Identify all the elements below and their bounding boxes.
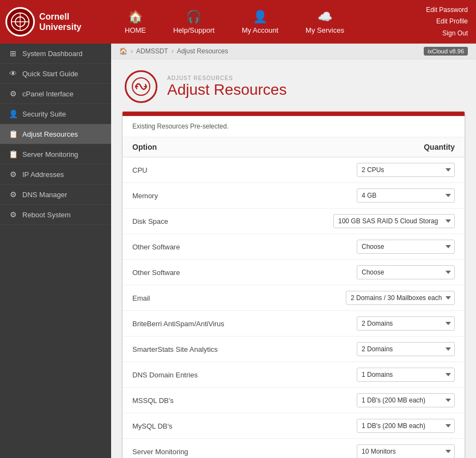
content-area: 🏠 › ADMSSDT › Adjust Resources ixCloud v… — [111, 44, 476, 458]
home-icon: 🏠 — [128, 10, 143, 24]
option-label: Server Monitoring — [123, 439, 273, 459]
logo-text: Cornell University — [39, 11, 106, 32]
quantity-col-header: Quantity — [273, 137, 465, 157]
breadcrumb-path: ADMSSDT — [136, 47, 168, 55]
nav-account[interactable]: 👤 My Account — [228, 0, 292, 44]
resources-table-card: Existing Resources Pre-selected. Option … — [122, 111, 465, 458]
sidebar-item-ip-addresses[interactable]: ⚙ IP Addresses — [0, 164, 111, 185]
resources-table: Option Quantity CPU1 CPU2 CPUs4 CPUs8 CP… — [123, 137, 465, 458]
option-label: DNS Domain Entries — [123, 362, 273, 388]
nav-services[interactable]: ☁️ My Services — [292, 0, 358, 44]
sidebar-label-server-monitoring: Server Monitoring — [22, 150, 78, 158]
quantity-select[interactable]: 1 DB's (200 MB each)2 DB's (200 MB each)… — [357, 419, 455, 433]
ip-icon: ⚙ — [8, 170, 18, 179]
nav-account-label: My Account — [242, 26, 278, 34]
sidebar-item-quick-start[interactable]: 👁 Quick Start Guide — [0, 64, 111, 84]
dns-icon: ⚙ — [8, 190, 18, 199]
quantity-select[interactable]: 5 Monitors10 Monitors20 Monitors — [357, 444, 455, 458]
nav-home-label: HOME — [125, 26, 146, 34]
option-label: Other Software — [123, 234, 273, 260]
cornell-logo — [5, 7, 35, 36]
sidebar-item-reboot-system[interactable]: ⚙ Reboot System — [0, 205, 111, 225]
table-row: SmarterStats Site Analytics1 Domain2 Dom… — [123, 337, 465, 362]
table-row: MySQL DB's1 DB's (200 MB each)2 DB's (20… — [123, 413, 465, 439]
breadcrumb-left: 🏠 › ADMSSDT › Adjust Resources — [119, 47, 228, 55]
security-icon: 👤 — [8, 109, 18, 118]
table-row: Other SoftwareChoose — [123, 260, 465, 285]
page-header-text: ADJUST RESOURCES Adjust Resources — [167, 75, 286, 99]
sidebar-label-quick-start: Quick Start Guide — [22, 70, 78, 78]
top-nav: Cornell University 🏠 HOME 🎧 Help/Support… — [0, 0, 476, 44]
nav-home[interactable]: 🏠 HOME — [111, 0, 160, 44]
services-icon: ☁️ — [318, 10, 332, 24]
sidebar: ⊞ System Dashboard 👁 Quick Start Guide ⚙… — [0, 44, 111, 458]
table-row: MSSQL DB's1 DB's (200 MB each)2 DB's (20… — [123, 388, 465, 413]
sign-out-link[interactable]: Sign Out — [442, 28, 468, 40]
table-row: Email1 Domain / 10 Mailboxes each2 Domai… — [123, 285, 465, 311]
quantity-select[interactable]: 1 Domain / 10 Mailboxes each2 Domains / … — [346, 291, 455, 305]
option-col-header: Option — [123, 137, 273, 157]
quantity-select[interactable]: 1 Domains2 Domains5 Domains — [357, 368, 455, 382]
table-row: Disk Space50 GB SAS RAID 5 Cloud Storage… — [123, 209, 465, 234]
table-row: Server Monitoring5 Monitors10 Monitors20… — [123, 439, 465, 459]
breadcrumb: 🏠 › ADMSSDT › Adjust Resources ixCloud v… — [111, 44, 476, 59]
quantity-select[interactable]: 1 DB's (200 MB each)2 DB's (200 MB each)… — [357, 393, 455, 407]
option-label: CPU — [123, 157, 273, 183]
page-header: ADJUST RESOURCES Adjust Resources — [111, 59, 476, 111]
quantity-select[interactable]: Choose — [357, 240, 455, 254]
option-label: Disk Space — [123, 209, 273, 234]
sidebar-item-system-dashboard[interactable]: ⊞ System Dashboard — [0, 44, 111, 64]
main-layout: ⊞ System Dashboard 👁 Quick Start Guide ⚙… — [0, 44, 476, 458]
sidebar-label-security-suite: Security Suite — [22, 110, 66, 118]
sidebar-label-adjust-resources: Adjust Resources — [22, 130, 78, 138]
reboot-icon: ⚙ — [8, 210, 18, 219]
table-card-header — [123, 112, 465, 116]
option-label: Email — [123, 285, 273, 311]
table-row: Memory1 GB2 GB4 GB8 GB16 GB — [123, 183, 465, 209]
monitoring-icon: 📋 — [8, 150, 18, 158]
sidebar-label-system-dashboard: System Dashboard — [22, 50, 83, 58]
option-label: Other Software — [123, 260, 273, 285]
option-label: Memory — [123, 183, 273, 209]
option-label: MySQL DB's — [123, 413, 273, 439]
sidebar-label-ip-addresses: IP Addresses — [22, 170, 64, 179]
sidebar-item-cpanel[interactable]: ⚙ cPanel Interface — [0, 84, 111, 104]
nav-help[interactable]: 🎧 Help/Support — [160, 0, 228, 44]
dashboard-icon: ⊞ — [8, 49, 18, 58]
quantity-select[interactable]: 50 GB SAS RAID 5 Cloud Storage100 GB SAS… — [333, 214, 455, 228]
quantity-select[interactable]: Choose — [357, 265, 455, 279]
nav-services-label: My Services — [306, 26, 344, 34]
table-row: DNS Domain Entries1 Domains2 Domains5 Do… — [123, 362, 465, 388]
quantity-select[interactable]: 1 GB2 GB4 GB8 GB16 GB — [357, 188, 455, 203]
sidebar-label-dns-manager: DNS Manager — [22, 191, 67, 199]
option-label: MSSQL DB's — [123, 388, 273, 413]
edit-profile-link[interactable]: Edit Profile — [436, 16, 468, 28]
sidebar-label-cpanel: cPanel Interface — [22, 90, 74, 98]
user-menu: Edit Password Edit Profile Sign Out — [418, 0, 476, 44]
table-row: BriteBerri AntiSpam/AntiVirus1 Domain2 D… — [123, 311, 465, 337]
sidebar-item-dns-manager[interactable]: ⚙ DNS Manager — [0, 185, 111, 205]
sidebar-label-reboot-system: Reboot System — [22, 211, 71, 219]
table-row: Other SoftwareChoose — [123, 234, 465, 260]
page-title: Adjust Resources — [167, 81, 286, 99]
quantity-select[interactable]: 1 CPU2 CPUs4 CPUs8 CPUs — [357, 163, 455, 177]
nav-help-label: Help/Support — [173, 26, 215, 34]
sidebar-item-security-suite[interactable]: 👤 Security Suite — [0, 104, 111, 124]
sidebar-item-server-monitoring[interactable]: 📋 Server Monitoring — [0, 144, 111, 164]
ixcloud-badge: ixCloud v8.96 — [424, 47, 468, 56]
quick-start-icon: 👁 — [8, 69, 18, 78]
account-icon: 👤 — [253, 10, 267, 24]
help-icon: 🎧 — [186, 10, 201, 24]
adjust-icon: 📋 — [8, 130, 18, 138]
sidebar-item-adjust-resources[interactable]: 📋 Adjust Resources — [0, 124, 111, 144]
pre-selected-note: Existing Resources Pre-selected. — [123, 116, 465, 137]
option-label: BriteBerri AntiSpam/AntiVirus — [123, 311, 273, 337]
edit-password-link[interactable]: Edit Password — [426, 4, 468, 16]
nav-items: 🏠 HOME 🎧 Help/Support 👤 My Account ☁️ My… — [111, 0, 418, 44]
quantity-select[interactable]: 1 Domain2 Domains5 Domains — [357, 342, 455, 356]
option-label: SmarterStats Site Analytics — [123, 337, 273, 362]
quantity-select[interactable]: 1 Domain2 Domains5 Domains — [357, 316, 455, 331]
home-breadcrumb-icon: 🏠 — [119, 47, 127, 55]
cpanel-icon: ⚙ — [8, 89, 18, 98]
breadcrumb-current: Adjust Resources — [177, 47, 228, 55]
